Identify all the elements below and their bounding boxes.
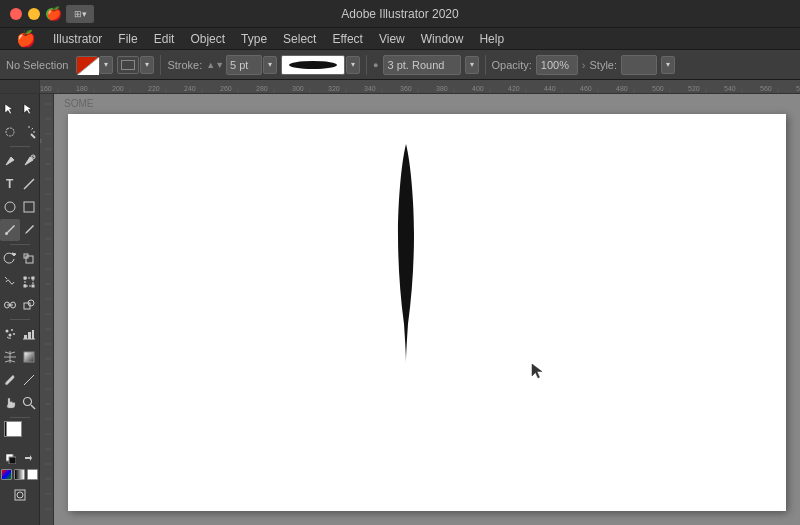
minimize-button[interactable]	[28, 8, 40, 20]
menu-view[interactable]: View	[372, 30, 412, 48]
hand-tool[interactable]	[0, 392, 20, 414]
svg-text:520: 520	[688, 85, 700, 92]
default-colors-icon[interactable]	[6, 454, 16, 464]
shape-builder-tool[interactable]	[20, 294, 40, 316]
color-swatch-area[interactable]	[4, 421, 38, 447]
document-canvas[interactable]	[68, 114, 786, 511]
stroke-color-dropdown[interactable]: ▾	[140, 56, 154, 74]
svg-text:180: 180	[76, 85, 88, 92]
stroke-color-swatch[interactable]	[117, 56, 139, 74]
anchor-point-tool[interactable]	[20, 150, 40, 172]
svg-line-83	[24, 382, 27, 385]
tool-separator-4	[10, 417, 30, 418]
paintbrush-tool[interactable]	[0, 219, 20, 241]
menubar: 🍎 Illustrator File Edit Object Type Sele…	[0, 28, 800, 50]
svg-text:460: 460	[580, 85, 592, 92]
stroke-width-input[interactable]: 5 pt	[226, 55, 262, 75]
svg-text:320: 320	[328, 85, 340, 92]
svg-text:200: 200	[112, 85, 124, 92]
fill-swatch[interactable]	[76, 56, 98, 74]
svg-rect-76	[28, 332, 31, 339]
close-button[interactable]	[10, 8, 22, 20]
svg-rect-65	[32, 285, 34, 287]
rect-tool[interactable]	[20, 196, 40, 218]
divider-1	[160, 55, 161, 75]
svg-text:280: 280	[256, 85, 268, 92]
warp-tool[interactable]	[0, 271, 20, 293]
color-mode-button[interactable]	[0, 468, 13, 481]
mouse-cursor	[530, 362, 546, 380]
svg-rect-56	[24, 202, 34, 212]
divider-2	[366, 55, 367, 75]
svg-text:580: 580	[796, 85, 800, 92]
app-title: Adobe Illustrator 2020	[341, 7, 458, 21]
direct-selection-tool[interactable]	[20, 98, 40, 120]
stroke-unit-dropdown[interactable]: ▾	[263, 56, 277, 74]
svg-text:420: 420	[508, 85, 520, 92]
stroke-label: Stroke:	[167, 59, 202, 71]
menu-illustrator[interactable]: Illustrator	[46, 30, 109, 48]
main-area: T	[0, 94, 800, 525]
menu-effect[interactable]: Effect	[325, 30, 369, 48]
swap-colors-icon[interactable]	[23, 454, 33, 464]
mesh-tool[interactable]	[0, 346, 20, 368]
menu-file[interactable]: File	[111, 30, 144, 48]
svg-text:220: 220	[148, 85, 160, 92]
svg-rect-62	[24, 277, 26, 279]
style-box[interactable]	[621, 55, 657, 75]
menu-apple[interactable]: 🍎	[8, 29, 44, 48]
magic-wand-tool[interactable]	[20, 121, 40, 143]
menu-help[interactable]: Help	[472, 30, 511, 48]
tool-separator-2	[10, 244, 30, 245]
canvas-area[interactable]: SOME	[54, 94, 800, 525]
pencil-tool[interactable]	[20, 219, 40, 241]
titlebar: 🍎 ⊞▾ Adobe Illustrator 2020	[0, 0, 800, 28]
fill-dropdown[interactable]: ▾	[99, 56, 113, 74]
svg-text:440: 440	[544, 85, 556, 92]
ellipse-tool[interactable]	[0, 196, 20, 218]
svg-point-72	[11, 329, 13, 331]
brush-style-select[interactable]: 3 pt. Round	[383, 55, 461, 75]
gradient-mode-button[interactable]	[13, 468, 26, 481]
style-dropdown[interactable]: ▾	[661, 56, 675, 74]
lasso-tool[interactable]	[0, 121, 20, 143]
brush-style-dropdown[interactable]: ▾	[465, 56, 479, 74]
menu-window[interactable]: Window	[414, 30, 471, 48]
tool-separator-3	[10, 319, 30, 320]
free-transform-tool[interactable]	[20, 271, 40, 293]
pen-tool[interactable]	[0, 150, 20, 172]
brush-dropdown[interactable]: ▾	[346, 56, 360, 74]
svg-text:560: 560	[760, 85, 772, 92]
column-graph-tool[interactable]	[20, 323, 40, 345]
svg-line-51	[31, 134, 35, 138]
svg-text:160: 160	[40, 85, 52, 92]
menu-edit[interactable]: Edit	[147, 30, 182, 48]
selection-tool[interactable]	[0, 98, 20, 120]
svg-rect-81	[24, 352, 34, 362]
draw-mode-button[interactable]	[7, 484, 33, 506]
svg-marker-58	[12, 253, 16, 256]
properties-bar: No Selection ▾ ▾ Stroke: ▲▼ 5 pt ▾ ▾	[0, 50, 800, 80]
blend-tool[interactable]	[0, 294, 20, 316]
document-label: SOME	[64, 98, 93, 109]
zoom-tool[interactable]	[20, 392, 40, 414]
rotate-tool[interactable]	[0, 248, 20, 270]
type-tool[interactable]: T	[0, 173, 20, 195]
none-mode-button[interactable]	[26, 468, 39, 481]
svg-point-73	[8, 334, 11, 337]
eyedropper-tool[interactable]	[0, 369, 20, 391]
gradient-tool[interactable]	[20, 346, 40, 368]
menu-object[interactable]: Object	[183, 30, 232, 48]
line-tool[interactable]	[20, 173, 40, 195]
symbol-sprayer-tool[interactable]	[0, 323, 20, 345]
measure-tool[interactable]	[20, 369, 40, 391]
stroke-brush-preview[interactable]	[281, 55, 345, 75]
svg-point-71	[5, 330, 8, 333]
menu-select[interactable]: Select	[276, 30, 323, 48]
svg-text:260: 260	[220, 85, 232, 92]
scale-tool[interactable]	[20, 248, 40, 270]
workspace-switcher[interactable]: ⊞▾	[66, 5, 94, 23]
opacity-value[interactable]: 100%	[536, 55, 578, 75]
menu-type[interactable]: Type	[234, 30, 274, 48]
svg-rect-92	[40, 94, 51, 514]
